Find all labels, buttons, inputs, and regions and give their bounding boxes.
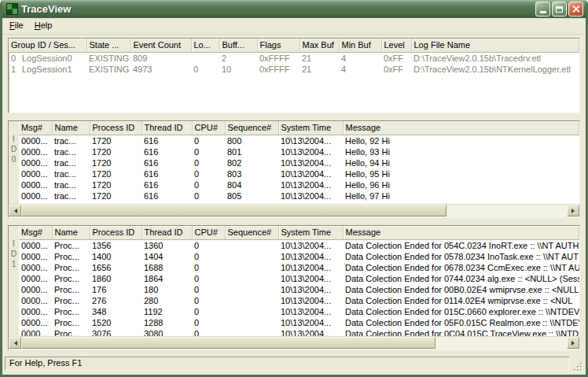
group-id-letter: D <box>9 144 19 154</box>
close-button[interactable] <box>568 2 583 17</box>
arrow-right-icon <box>571 209 577 213</box>
column-header[interactable]: Max Buf <box>300 39 339 52</box>
session-group-cell: 1LogSession1 <box>9 64 86 75</box>
process-id-cell: 1720 <box>90 179 141 190</box>
name-cell: Proc... <box>52 317 90 328</box>
trace-row[interactable]: 0000... trac... 1720 616 0 800 10\13\200… <box>19 135 579 146</box>
trace-row[interactable]: 0000... trac... 1720 616 0 801 10\13\200… <box>19 146 579 157</box>
column-header[interactable]: Msg# <box>19 121 52 135</box>
column-header[interactable]: Thread ID <box>141 121 192 135</box>
scroll-right-button[interactable] <box>567 337 579 349</box>
horizontal-scrollbar-1[interactable] <box>9 336 579 349</box>
scroll-left-button[interactable] <box>9 337 21 349</box>
scroll-left-button[interactable] <box>9 205 21 216</box>
menu-item[interactable]: Help <box>29 18 58 34</box>
trace-row[interactable]: 0000... trac... 1720 616 0 804 10\13\200… <box>19 179 579 190</box>
session-row[interactable]: 0LogSession0 EXISTING 809 2 0xFFFF 21 4 … <box>9 52 579 64</box>
message-cell: Hello, 93 Hi <box>343 146 579 157</box>
msg-cell: 0000... <box>19 146 52 157</box>
session-buffers-cell: 2 <box>219 52 257 64</box>
session-flags-cell: 0xFFFF <box>257 64 300 75</box>
minimize-icon <box>540 11 546 13</box>
trace-row[interactable]: 0000... trac... 1720 616 0 802 10\13\200… <box>19 157 579 168</box>
process-id-cell: 1720 <box>90 146 141 157</box>
session-maxbuf-cell: 21 <box>300 64 339 75</box>
column-header[interactable]: CPU# <box>192 226 225 239</box>
column-header[interactable]: Lo... <box>191 39 219 52</box>
column-header[interactable]: System Time <box>278 121 343 135</box>
column-header[interactable]: Sequence# <box>225 121 278 135</box>
msg-cell: 0000... <box>19 317 52 328</box>
scrollbar-track[interactable] <box>21 337 567 349</box>
scrollbar-track[interactable] <box>21 205 567 217</box>
column-header[interactable]: Buff... <box>219 39 257 52</box>
column-header[interactable]: Group ID / Ses... <box>9 39 86 52</box>
column-header[interactable]: Event Count <box>130 39 191 52</box>
column-header[interactable]: Level <box>381 39 411 52</box>
system-time-cell: 10\13\2004... <box>278 157 343 168</box>
column-header[interactable]: State ... <box>86 39 130 52</box>
arrow-right-icon <box>571 341 577 346</box>
sessions-pane: Group ID / Ses...State ...Event CountLo.… <box>8 38 580 113</box>
thread-id-cell: 180 <box>141 284 192 295</box>
group-id-letter: 1 <box>9 259 19 269</box>
process-id-cell: 1656 <box>90 262 141 273</box>
column-header[interactable]: Msg# <box>19 226 52 239</box>
column-header[interactable]: Min Buf <box>339 39 381 52</box>
system-time-cell: 10\13\2004... <box>278 284 343 295</box>
trace-row[interactable]: 0000... Proc... 1356 1360 0 10\13\2004..… <box>19 239 579 251</box>
trace-row[interactable]: 0000... trac... 1720 616 0 805 10\13\200… <box>19 190 579 201</box>
column-header[interactable]: Process ID <box>90 226 141 239</box>
scrollbar-thumb[interactable] <box>21 205 447 216</box>
column-header[interactable]: Thread ID <box>141 226 192 239</box>
trace-row[interactable]: 0000... Proc... 1400 1404 0 10\13\2004..… <box>19 251 579 262</box>
column-header[interactable]: Name <box>52 121 90 135</box>
scrollbar-thumb[interactable] <box>21 337 435 349</box>
resize-grip[interactable] <box>572 361 583 372</box>
trace-row[interactable]: 0000... Proc... 1520 1288 0 10\13\2004..… <box>19 317 579 328</box>
trace-row[interactable]: 0000... Proc... 348 1192 0 10\13\2004...… <box>19 306 579 317</box>
system-time-cell: 10\13\2004... <box>278 168 343 179</box>
column-header[interactable]: System Time <box>278 226 343 239</box>
name-cell: Proc... <box>52 295 90 306</box>
column-header[interactable]: CPU# <box>192 121 225 135</box>
minimize-button[interactable] <box>535 2 550 17</box>
name-cell: Proc... <box>52 262 90 273</box>
column-header[interactable]: Message <box>343 121 579 135</box>
session-lost-cell: 0 <box>191 64 219 75</box>
trace-row[interactable]: 0000... trac... 1720 616 0 803 10\13\200… <box>19 168 579 179</box>
trace-row[interactable]: 0000... Proc... 1656 1688 0 10\13\2004..… <box>19 262 579 273</box>
process-id-cell: 176 <box>90 284 141 295</box>
process-id-cell: 1356 <box>90 239 141 251</box>
scroll-right-button[interactable] <box>567 205 579 216</box>
column-header[interactable]: Log File Name <box>411 39 579 52</box>
trace-row[interactable]: 0000... Proc... 176 180 0 10\13\2004... … <box>19 284 579 295</box>
column-header[interactable]: Name <box>52 226 90 239</box>
thread-id-cell: 1404 <box>141 251 192 262</box>
process-id-cell: 348 <box>90 306 141 317</box>
column-header[interactable]: Flags <box>257 39 300 52</box>
trace-row[interactable]: 0000... Proc... 276 280 0 10\13\2004... … <box>19 295 579 306</box>
process-id-cell: 1720 <box>90 135 141 146</box>
sequence-cell <box>225 317 278 328</box>
thread-id-cell: 616 <box>141 190 192 201</box>
trace-row[interactable]: 0000... Proc... 1860 1864 0 10\13\2004..… <box>19 273 579 284</box>
session-row[interactable]: 1LogSession1 EXISTING 4973 0 10 0xFFFF 2… <box>9 64 579 75</box>
maximize-button[interactable] <box>552 2 567 17</box>
trace-row[interactable]: 0000... Proc... 3076 3080 0 10\13\2004..… <box>19 328 579 337</box>
menu-item[interactable]: File <box>4 18 29 34</box>
thread-id-cell: 616 <box>141 135 192 146</box>
system-time-cell: 10\13\2004... <box>278 239 343 251</box>
session-group-cell: 0LogSession0 <box>9 52 86 64</box>
system-time-cell: 10\13\2004... <box>278 295 343 306</box>
name-cell: Proc... <box>52 284 90 295</box>
titlebar[interactable]: TraceView <box>2 0 586 18</box>
horizontal-scrollbar-0[interactable] <box>9 204 579 217</box>
session-name: LogSession1 <box>22 65 72 74</box>
column-header[interactable]: Message <box>343 226 579 239</box>
window-controls <box>535 2 583 17</box>
column-header[interactable]: Process ID <box>90 121 141 135</box>
message-cell: Hello, 96 Hi <box>343 179 579 190</box>
column-header[interactable]: Sequence# <box>225 226 278 239</box>
cpu-cell: 0 <box>192 262 225 273</box>
